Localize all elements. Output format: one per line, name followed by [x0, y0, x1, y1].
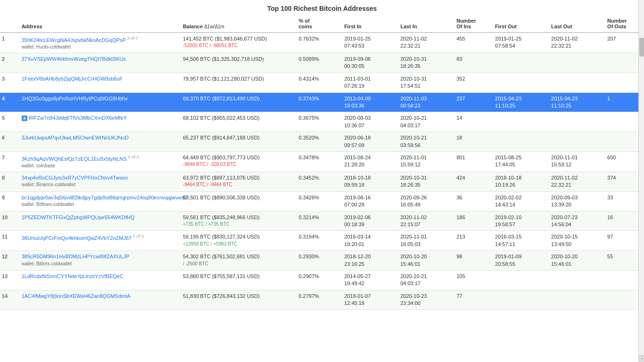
address-link[interactable]: 1P5ZEDWTKTFGxQjZphgWPQUpe554WKDfHQ [22, 214, 135, 220]
row-lastin: 2020-10-31 18:26:35 [398, 53, 454, 73]
address-link[interactable]: tRFZw7n94Jddq6TfVs3MbCXmDX6eMfeY [29, 115, 127, 121]
row-lastout: 2020-10-20 15:46:01 [549, 251, 605, 271]
row-firstin: 2018-01-07 12:45:18 [342, 290, 398, 310]
row-firstout: 2019-01-25 07:58:54 [493, 33, 549, 53]
balance-main: 53,880 BTC ($755,587,131 USD) [183, 273, 295, 280]
row-firstout [493, 290, 549, 310]
row-firstin: 2014-05-27 19:49:42 [342, 270, 398, 290]
scroll-up-arrow[interactable]: ↑ [639, 355, 644, 362]
row-address: 1HQ3Go3ggs8pFnXuHVHRytPCq5fGG8Hbhx [20, 92, 181, 112]
row-number: 7 [0, 151, 20, 172]
address-link[interactable]: 385cR5DM96n1HvBDMzLHPYcw89fZAXULJP [22, 254, 130, 259]
row-pct: 0.4314% [297, 73, 342, 92]
table-wrapper: Address Balance Δ1w/Δ1m % ofcoins First … [0, 15, 644, 362]
row-firstout [493, 270, 549, 290]
row-number: 6 [0, 132, 20, 152]
wallet-label: wallet: Bitfinex-coldwallet [22, 201, 179, 208]
wallet-label: wallet: Bittrex-coldwallet [22, 261, 179, 267]
table-row: 135hK24tcLEWcgNA4JxpvbkNkoAcDGqQPsP 3-of… [0, 33, 644, 53]
row-balance: 141,452 BTC ($1,983,646,677 USD)-52050 B… [181, 33, 297, 53]
row-pct: 0.3194% [297, 231, 342, 251]
address-link[interactable]: 35hK24tcLEWcgNA4JxpvbkNkoAcDGqQPsP [22, 37, 126, 43]
table-row: 73Kzh9qAqVWQhEsfQz7zEQL1EuSx5tyNLNS 2-of… [0, 151, 644, 172]
address-link[interactable]: 1LdRcdxfbSnmCYYNdeYpUnztiYzVfBEQeC [22, 273, 124, 279]
row-firstin: 2018-12-20 23:16:25 [342, 251, 398, 271]
address-link[interactable]: 34xp4vRoCGJym3xR7yCVPFHoCNxv4Twseo [22, 175, 128, 181]
balance-main: 65,237 BTC ($914,847,188 USD) [183, 134, 295, 141]
row-firstin: 2020-08-03 10:36:07 [342, 112, 398, 132]
row-lastout: 2020-11-02 22:32:21 [549, 172, 605, 192]
row-number: 3 [0, 73, 20, 92]
col-header-num [0, 15, 20, 33]
scrollbar: ↑ [638, 0, 644, 362]
balance-main: 59,561 BTC ($835,248,966 USD) [183, 214, 295, 221]
row-lastout [549, 73, 605, 92]
row-pct: 0.2930% [297, 251, 342, 271]
row-pct: 0.3743% [297, 92, 342, 112]
row-firstout: 2019-01-09 20:58:55 [493, 251, 549, 271]
row-number: 11 [0, 231, 20, 251]
address-link[interactable]: 1HQ3Go3ggs8pFnXuHVHRytPCq5fGG8Hbhx [22, 96, 128, 101]
wallet-label: wallet: Huobi-coldwallet [22, 44, 179, 50]
table-row: 12385cR5DM96n1HvBDMzLHPYcw89fZAXULJPwall… [0, 251, 644, 271]
row-firstout [493, 53, 549, 73]
row-balance: 68,102 BTC ($955,022,453 USD) [181, 112, 297, 132]
scrollbar-thumb[interactable] [639, 38, 644, 57]
row-firstout: 2016-03-15 14:57:11 [493, 231, 549, 251]
row-balance: 79,957 BTC ($1,121,280,027 USD) [181, 73, 297, 92]
row-balance: 59,195 BTC ($830,127,324 USD)+13958 BTC … [181, 231, 297, 251]
row-lastout [549, 53, 605, 73]
table-row: 63JurbUwpsAPqvUkwLM5CtwnEWrNnUKJNoD65,23… [0, 132, 644, 152]
row-lastin: 2020-11-02 22:15:07 [398, 211, 454, 231]
row-lastout [549, 112, 605, 132]
row-lastout [549, 270, 605, 290]
row-numins: 801 [454, 151, 493, 172]
address-link[interactable]: 1FeexV6bAHb8ybZjqQMjJrcCrHGW9sb6uF [22, 76, 123, 82]
address-sup: 2-of-3 [127, 155, 139, 159]
row-numins: 455 [454, 33, 493, 53]
balance-main: 63,501 BTC ($890,506,338 USD) [183, 194, 295, 201]
table-row: 834xp4vRoCGJym3xR7yCVPFHoCNxv4Twseowalle… [0, 172, 644, 192]
richest-addresses-table: Address Balance Δ1w/Δ1m % ofcoins First … [0, 15, 644, 310]
row-numins: 98 [454, 251, 493, 271]
row-number: 2 [0, 53, 20, 73]
address-link[interactable]: 37XuVSEpWW4trkfmvWzegTHQt7BdktSKUs [22, 56, 126, 62]
row-balance: 64,449 BTC ($903,797,773 USD)-9848 BTC /… [181, 151, 297, 172]
row-address: 1AC4fMwgY8j9onSbXEWeH6Zan8QGMSdmtA [20, 290, 181, 310]
row-pct: 0.3426% [297, 191, 342, 211]
row-firstout: 2020-02-02 14:43:14 [493, 191, 549, 211]
row-pct: 0.7632% [297, 33, 342, 53]
row-lastout: 2020-09-03 13:39:20 [549, 191, 605, 211]
row-lastin: 2020-10-31 18:26:35 [398, 172, 454, 192]
row-number: 9 [0, 191, 20, 211]
row-address: 385cR5DM96n1HvBDMzLHPYcw89fZAXULJPwallet… [20, 251, 181, 271]
row-address: 34xp4vRoCGJym3xR7yCVPFHoCNxv4Twseowallet… [20, 172, 181, 192]
row-number: 10 [0, 211, 20, 231]
col-header-lastin: Last In [398, 15, 454, 33]
balance-main: 64,449 BTC ($903,797,773 USD) [183, 154, 295, 161]
col-header-address: Address [20, 15, 181, 33]
table-row: 237XuVSEpWW4trkfmvWzegTHQt7BdktSKUs94,50… [0, 53, 644, 73]
balance-change: -9848 BTC / -328.03 BTC [183, 161, 295, 168]
col-header-lastout: Last Out [549, 15, 605, 33]
row-pct: 0.3520% [297, 132, 342, 152]
wallet-label: wallet: Binance-coldwallet [22, 181, 179, 188]
row-numins: 14 [454, 112, 493, 132]
address-link[interactable]: 3JurbUwpsAPqvUkwLM5CtwnEWrNnUKJNoD [22, 135, 129, 140]
balance-main: 63,972 BTC ($897,113,076 USD) [183, 174, 295, 181]
row-numins: 237 [454, 92, 493, 112]
row-firstin: 2018-10-18 09:59:18 [342, 172, 398, 192]
row-lastin: 2020-10-21 04:03:17 [398, 112, 454, 132]
row-pct: 0.2797% [297, 290, 342, 310]
row-pct: 0.3452% [297, 172, 342, 192]
row-firstout [493, 132, 549, 152]
address-link[interactable]: 3Kzh9qAqVWQhEsfQz7zEQL1EuSx5tyNLNS [22, 156, 127, 162]
row-numins: 105 [454, 270, 493, 290]
balance-main: 79,957 BTC ($1,121,280,027 USD) [183, 75, 295, 82]
table-row: 131LdRcdxfbSnmCYYNdeYpUnztiYzVfBEQeC53,8… [0, 270, 644, 290]
address-link[interactable]: 1AC4fMwgY8j9onSbXEWeH6Zan8QGMSdmtA [22, 293, 131, 299]
address-link[interactable]: 38UmuUqPCrFmQo4khkomQwZ4VbY2nZMJ67 [22, 235, 132, 241]
col-header-balance: Balance Δ1w/Δ1m [181, 15, 297, 33]
address-link[interactable]: bc1qgdjqv0av3q56jvd82tkdjpy7gdp9ut8tlqmg… [22, 195, 188, 200]
row-pct: 0.3214% [297, 211, 342, 231]
